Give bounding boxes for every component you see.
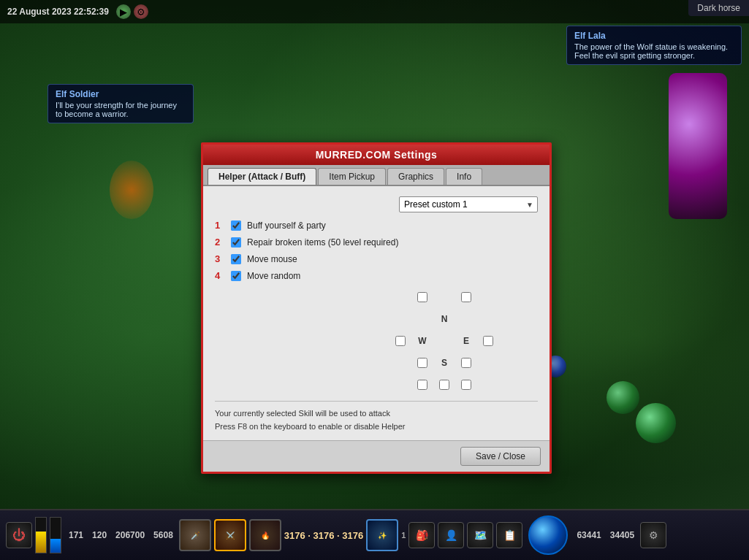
preset-row: Preset custom 1 Preset custom 2 Preset c… [215, 196, 538, 212]
play-button[interactable]: ▶ [116, 4, 131, 19]
dir-cell-empty-4 [390, 309, 411, 329]
option-row-2: 2 Repair broken items (50 level required… [215, 237, 538, 248]
dialog-tabs: Helper (Attack / Buff) Item Pickup Graph… [203, 165, 550, 186]
skill-numbers: 3176 · 3176 · 3176 [284, 530, 363, 541]
dir-checkbox-s2[interactable] [417, 380, 427, 390]
skill-slot-4[interactable]: ✨ [366, 519, 398, 551]
dir-checkbox-w2[interactable] [395, 336, 406, 346]
dir-cell-empty-3 [478, 287, 498, 307]
dir-checkbox-s4[interactable] [461, 380, 471, 390]
option-number-3: 3 [215, 253, 225, 264]
option-label-2: Repair broken items (50 level required) [247, 237, 398, 248]
dir-cell-empty-1 [390, 287, 411, 307]
dir-label-e: E [456, 331, 476, 351]
npc-right-speech: Elf Lala The power of the Wolf statue is… [566, 26, 742, 65]
tab-helper[interactable]: Helper (Attack / Buff) [208, 168, 316, 185]
gold-display: 206700 [115, 530, 145, 540]
hud-controls: ▶ ⚙ [116, 4, 148, 19]
dir-cell-empty-5 [412, 309, 433, 329]
option-number-1: 1 [215, 220, 225, 231]
skill-counter: 1 [401, 531, 406, 540]
dir-checkbox-nw[interactable] [417, 292, 427, 302]
dir-cell-sw-cb [412, 353, 433, 373]
option-label-4: Move random [247, 271, 300, 281]
skill-slot-1[interactable]: 🗡️ [179, 519, 211, 551]
blue-stat-2: 34405 [610, 530, 634, 540]
dialog-footer: Save / Close [203, 440, 550, 472]
inventory-button[interactable]: 🎒 [408, 522, 435, 548]
bottom-hud: ⏻ 171 120 206700 5608 🗡️ ⚔️ 🔥 3176 · 317… [0, 509, 749, 560]
option-label-1: Buff yourself & party [247, 220, 326, 231]
option-checkbox-4[interactable] [231, 271, 241, 281]
info-text: Your currently selected Skill will be us… [215, 401, 538, 433]
dir-checkbox-sw[interactable] [417, 358, 427, 368]
preset-dropdown[interactable]: Preset custom 1 Preset custom 2 Preset c… [399, 196, 538, 212]
dialog-body: Preset custom 1 Preset custom 2 Preset c… [203, 186, 550, 440]
dir-checkbox-se[interactable] [461, 358, 471, 368]
option-label-3: Move mouse [247, 254, 297, 264]
health-bar [35, 517, 47, 553]
map-button[interactable]: 🗺️ [467, 522, 493, 548]
character-figure [669, 73, 727, 219]
skill-slot-3[interactable]: 🔥 [249, 519, 281, 551]
info-line-1: Your currently selected Skill will be us… [215, 407, 538, 421]
direction-grid: N W E S [390, 287, 538, 395]
dir-cell-w-cb [390, 331, 411, 351]
score-display: 5608 [153, 530, 173, 540]
dir-cell-empty-8 [390, 353, 411, 373]
npc-left-speech: Elf Soldier I'll be your strength for th… [47, 84, 194, 123]
blue-orb-hud [528, 515, 568, 555]
mana-fill [50, 539, 61, 553]
dir-label-s: S [434, 353, 455, 373]
quest-button[interactable]: 📋 [496, 522, 522, 548]
dir-cell-se-cb [456, 353, 476, 373]
option-number-4: 4 [215, 270, 225, 281]
health-fill [36, 532, 46, 553]
tab-graphics[interactable]: Graphics [387, 168, 444, 185]
dir-cell-empty-10 [390, 375, 411, 395]
dir-cell-empty-6 [456, 309, 476, 329]
dir-cell-e-cb [478, 331, 498, 351]
blue-stat-1: 63441 [577, 530, 601, 540]
dir-label-w: W [412, 331, 433, 351]
dir-cell-empty-7 [478, 309, 498, 329]
character-button[interactable]: 👤 [438, 522, 464, 548]
dir-cell-s3-cb [434, 375, 455, 395]
power-button[interactable]: ⏻ [6, 522, 32, 548]
dir-cell-s2-cb [412, 375, 433, 395]
mana-bar [50, 517, 61, 553]
option-checkbox-1[interactable] [231, 220, 241, 231]
dir-label-n: N [434, 309, 455, 329]
option-checkbox-2[interactable] [231, 237, 241, 248]
stat-mp: 120 [92, 530, 107, 540]
tab-info[interactable]: Info [446, 168, 482, 185]
dir-cell-empty-11 [478, 375, 498, 395]
option-row-3: 3 Move mouse [215, 253, 538, 264]
save-close-button[interactable]: Save / Close [460, 447, 541, 466]
top-hud: 22 August 2023 22:52:39 ▶ ⚙ Dark horse [0, 0, 749, 23]
option-row-1: 1 Buff yourself & party [215, 220, 538, 231]
dir-cell-s4-cb [456, 375, 476, 395]
dir-cell-empty-2 [434, 287, 455, 307]
dir-cell-center [434, 331, 455, 351]
npc-left-text: I'll be your strength for the journey to… [56, 101, 186, 118]
settings-dialog: MURRED.COM Settings Helper (Attack / Buf… [201, 142, 552, 474]
option-number-2: 2 [215, 237, 225, 248]
dir-checkbox-s3[interactable] [439, 380, 449, 390]
orb-green-2 [636, 403, 676, 443]
info-line-2: Press F8 on the keyboard to enable or di… [215, 421, 538, 434]
dir-checkbox-e2[interactable] [483, 336, 493, 346]
settings-hud-button[interactable]: ⚙ [134, 4, 148, 19]
orb-green-3 [607, 381, 639, 414]
npc-left-name: Elf Soldier [56, 89, 186, 99]
npc-right-name: Elf Lala [574, 31, 734, 41]
dir-checkbox-ne[interactable] [461, 292, 471, 302]
option-row-4: 4 Move random [215, 270, 538, 281]
preset-wrapper: Preset custom 1 Preset custom 2 Preset c… [399, 196, 538, 212]
option-checkbox-3[interactable] [231, 254, 241, 264]
skill-slot-2[interactable]: ⚔️ [214, 519, 246, 551]
dialog-title: MURRED.COM Settings [203, 145, 550, 165]
tab-item-pickup[interactable]: Item Pickup [318, 168, 386, 185]
settings-button[interactable]: ⚙ [640, 522, 666, 548]
dir-cell-nw [412, 287, 433, 307]
